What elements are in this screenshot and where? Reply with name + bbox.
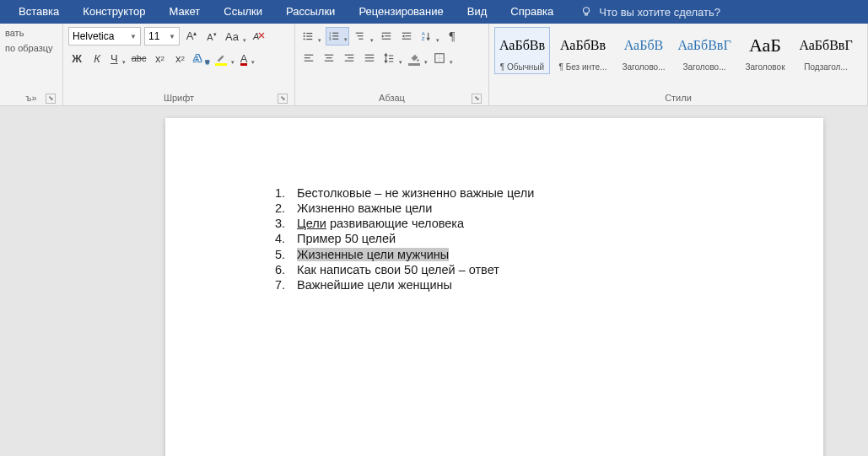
menu-mailings[interactable]: Рассылки — [274, 0, 347, 24]
style-preview: АаБбВвГ — [799, 28, 852, 62]
font-launcher-icon[interactable]: ⬊ — [278, 94, 288, 104]
menu-references[interactable]: Ссылки — [212, 0, 274, 24]
svg-point-3 — [304, 32, 305, 34]
sort-button[interactable]: AZ — [418, 27, 440, 46]
list-text[interactable]: Цели развивающие человека — [297, 216, 464, 231]
menu-design[interactable]: Конструктор — [71, 0, 157, 24]
grow-font-button[interactable]: A▴ — [183, 27, 200, 46]
font-group: Helvetica▼ 11▼ A▴ A▾ Aa A Ж К Ч abc x2 x… — [63, 24, 295, 105]
borders-icon — [434, 52, 445, 64]
line-spacing-button[interactable] — [381, 49, 403, 67]
svg-rect-36 — [365, 57, 375, 58]
paragraph-launcher-icon[interactable]: ⬊ — [472, 94, 482, 104]
list-number: 5. — [273, 247, 297, 262]
svg-rect-31 — [325, 61, 334, 62]
list-number: 7. — [273, 277, 297, 292]
svg-text:Z: Z — [422, 35, 425, 41]
document-content[interactable]: 1.Бестолковые – не жизненно важные цели2… — [273, 185, 534, 292]
svg-rect-22 — [405, 35, 411, 36]
svg-rect-32 — [345, 55, 354, 56]
menu-view[interactable]: Вид — [456, 0, 499, 24]
styles-group: АаБбВв¶ ОбычныйАаБбВв¶ Без инте...АаБбВЗ… — [489, 24, 868, 105]
svg-rect-34 — [345, 61, 354, 62]
list-text[interactable]: Бестолковые – не жизненно важные цели — [297, 185, 534, 201]
style-tile-3[interactable]: АаБбВвГЗаголово... — [677, 27, 732, 74]
paragraph-group-label: Абзац ⬊ — [300, 91, 483, 105]
list-text[interactable]: Важнейшие цели женщины — [297, 277, 452, 292]
align-left-button[interactable] — [300, 49, 317, 67]
bold-button[interactable]: Ж — [68, 49, 85, 67]
list-text[interactable]: Жизненно важные цели — [297, 201, 432, 216]
clear-formatting-button[interactable]: A — [251, 27, 267, 46]
style-tile-1[interactable]: АаБбВв¶ Без инте... — [555, 27, 611, 74]
svg-rect-8 — [306, 39, 312, 40]
list-number: 3. — [273, 216, 297, 231]
text-effects-button[interactable]: A — [191, 49, 209, 67]
numbering-button[interactable]: 123 — [326, 27, 349, 46]
font-group-label: Шрифт ⬊ — [68, 91, 289, 105]
svg-rect-18 — [382, 33, 391, 34]
shrink-font-button[interactable]: A▾ — [203, 27, 220, 46]
styles-gallery[interactable]: АаБбВв¶ ОбычныйАаБбВв¶ Без инте...АаБбВЗ… — [494, 27, 862, 74]
subscript-button[interactable]: x2 — [151, 49, 168, 67]
align-justify-button[interactable] — [361, 49, 378, 67]
style-preview: АаБбВвГ — [677, 28, 731, 62]
style-tile-0[interactable]: АаБбВв¶ Обычный — [494, 27, 550, 74]
list-item[interactable]: 5.Жизненные цели мужчины — [273, 247, 534, 262]
list-text[interactable]: Как написать свои 50 целей – ответ — [297, 262, 499, 277]
caret-down-icon: ▼ — [169, 33, 175, 40]
superscript-button[interactable]: x2 — [171, 49, 188, 67]
borders-button[interactable] — [432, 49, 454, 67]
list-item[interactable]: 7.Важнейшие цели женщины — [273, 277, 534, 292]
svg-point-5 — [304, 35, 305, 37]
clipboard-format-painter[interactable]: по образцу — [5, 42, 57, 54]
svg-rect-30 — [326, 57, 332, 58]
style-tile-2[interactable]: АаБбВЗаголово... — [616, 27, 671, 74]
menu-review[interactable]: Рецензирование — [347, 0, 455, 24]
list-item[interactable]: 2.Жизненно важные цели — [273, 201, 534, 216]
style-tile-5[interactable]: АаБбВвГПодзагол... — [798, 27, 854, 74]
style-name: Заголово... — [677, 62, 731, 73]
font-name-combo[interactable]: Helvetica▼ — [68, 27, 141, 46]
font-color-button[interactable]: A — [239, 49, 256, 67]
clear-format-icon: A — [252, 30, 266, 43]
page[interactable]: 1.Бестолковые – не жизненно важные цели2… — [165, 118, 823, 456]
multilevel-icon — [354, 30, 366, 42]
underline-button[interactable]: Ч — [109, 49, 127, 67]
font-size-combo[interactable]: 11▼ — [144, 27, 180, 46]
list-item[interactable]: 4.Пример 50 целей — [273, 231, 534, 246]
bullets-button[interactable] — [300, 27, 322, 46]
list-number: 4. — [273, 231, 297, 246]
italic-button[interactable]: К — [89, 49, 105, 67]
svg-rect-38 — [389, 56, 393, 56]
decrease-indent-button[interactable] — [378, 27, 395, 46]
list-text[interactable]: Пример 50 целей — [297, 231, 396, 246]
show-marks-button[interactable]: ¶ — [444, 27, 461, 46]
list-item[interactable]: 6.Как написать свои 50 целей – ответ — [273, 262, 534, 277]
tell-me[interactable]: Что вы хотите сделать? — [580, 6, 720, 19]
list-item[interactable]: 3.Цели развивающие человека — [273, 216, 534, 231]
svg-rect-27 — [305, 57, 310, 58]
list-number: 1. — [273, 185, 297, 201]
document-area[interactable]: 1.Бестолковые – не жизненно важные цели2… — [0, 106, 868, 456]
list-item[interactable]: 1.Бестолковые – не жизненно важные цели — [273, 185, 534, 201]
align-center-button[interactable] — [321, 49, 337, 67]
style-tile-4[interactable]: АаБЗаголовок — [737, 27, 793, 74]
change-case-button[interactable]: Aa — [224, 27, 247, 46]
shading-button[interactable] — [407, 49, 429, 67]
svg-rect-6 — [306, 35, 312, 36]
strikethrough-button[interactable]: abc — [130, 49, 148, 67]
style-name: ¶ Без инте... — [556, 62, 610, 73]
multilevel-list-button[interactable] — [353, 27, 375, 46]
svg-point-41 — [417, 59, 419, 62]
highlight-button[interactable] — [213, 49, 235, 67]
clipboard-launcher-icon[interactable]: ⬊ — [46, 94, 56, 104]
list-text[interactable]: Жизненные цели мужчины — [297, 247, 449, 262]
menu-help[interactable]: Справка — [499, 0, 565, 24]
menu-insert[interactable]: Вставка — [7, 0, 71, 24]
align-right-button[interactable] — [341, 49, 358, 67]
clipboard-action-1[interactable]: вать — [5, 27, 57, 39]
increase-indent-button[interactable] — [398, 27, 415, 46]
menu-layout[interactable]: Макет — [157, 0, 212, 24]
svg-rect-28 — [305, 61, 314, 62]
